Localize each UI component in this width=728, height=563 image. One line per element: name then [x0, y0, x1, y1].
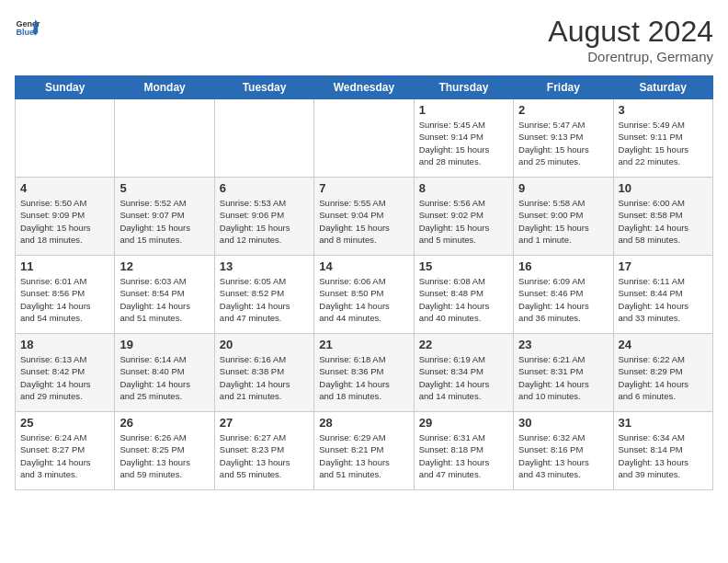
- day-number: 7: [319, 181, 408, 195]
- day-number: 16: [518, 259, 608, 273]
- calendar-cell: 21Sunrise: 6:18 AM Sunset: 8:36 PM Dayli…: [314, 334, 414, 412]
- calendar-cell: 14Sunrise: 6:06 AM Sunset: 8:50 PM Dayli…: [314, 256, 414, 334]
- day-info: Sunrise: 6:14 AM Sunset: 8:40 PM Dayligh…: [119, 353, 209, 402]
- calendar-cell: 8Sunrise: 5:56 AM Sunset: 9:02 PM Daylig…: [414, 178, 513, 256]
- calendar-cell: 15Sunrise: 6:08 AM Sunset: 8:48 PM Dayli…: [414, 256, 513, 334]
- day-number: 8: [419, 181, 508, 195]
- day-number: 21: [319, 338, 408, 351]
- calendar-cell: 9Sunrise: 5:58 AM Sunset: 9:00 PM Daylig…: [514, 178, 613, 256]
- calendar-cell: 20Sunrise: 6:16 AM Sunset: 8:38 PM Dayli…: [214, 334, 313, 412]
- calendar-cell: 19Sunrise: 6:14 AM Sunset: 8:40 PM Dayli…: [115, 334, 214, 412]
- day-number: 17: [619, 259, 708, 273]
- day-info: Sunrise: 6:22 AM Sunset: 8:29 PM Dayligh…: [619, 353, 708, 402]
- col-header-thursday: Thursday: [414, 76, 513, 99]
- day-info: Sunrise: 6:19 AM Sunset: 8:34 PM Dayligh…: [419, 353, 508, 402]
- calendar-cell: 3Sunrise: 5:49 AM Sunset: 9:11 PM Daylig…: [613, 99, 712, 178]
- day-number: 18: [20, 338, 109, 351]
- day-info: Sunrise: 6:08 AM Sunset: 8:48 PM Dayligh…: [419, 275, 508, 324]
- day-info: Sunrise: 6:32 AM Sunset: 8:16 PM Dayligh…: [518, 431, 608, 480]
- day-info: Sunrise: 6:05 AM Sunset: 8:52 PM Dayligh…: [220, 275, 309, 324]
- day-number: 3: [619, 103, 708, 117]
- day-number: 29: [419, 416, 508, 430]
- calendar-cell: [214, 99, 313, 178]
- day-info: Sunrise: 6:29 AM Sunset: 8:21 PM Dayligh…: [319, 431, 408, 480]
- calendar-cell: 18Sunrise: 6:13 AM Sunset: 8:42 PM Dayli…: [16, 334, 115, 412]
- day-number: 14: [319, 259, 408, 273]
- month-year-title: August 2024: [548, 15, 713, 49]
- day-info: Sunrise: 6:21 AM Sunset: 8:31 PM Dayligh…: [518, 353, 608, 402]
- day-info: Sunrise: 6:27 AM Sunset: 8:23 PM Dayligh…: [220, 431, 309, 480]
- calendar-cell: 28Sunrise: 6:29 AM Sunset: 8:21 PM Dayli…: [314, 412, 414, 490]
- col-header-monday: Monday: [115, 76, 214, 99]
- day-number: 25: [20, 416, 109, 430]
- day-number: 1: [419, 103, 508, 117]
- logo: General Blue: [15, 15, 40, 40]
- day-number: 5: [119, 181, 209, 195]
- day-info: Sunrise: 5:52 AM Sunset: 9:07 PM Dayligh…: [119, 197, 209, 246]
- day-info: Sunrise: 5:45 AM Sunset: 9:14 PM Dayligh…: [419, 119, 508, 167]
- day-number: 26: [119, 416, 209, 430]
- calendar-cell: 4Sunrise: 5:50 AM Sunset: 9:09 PM Daylig…: [16, 178, 115, 256]
- calendar-cell: [314, 99, 414, 178]
- day-info: Sunrise: 5:49 AM Sunset: 9:11 PM Dayligh…: [619, 119, 708, 167]
- day-number: 30: [518, 416, 608, 430]
- day-number: 2: [518, 103, 608, 117]
- calendar-cell: 27Sunrise: 6:27 AM Sunset: 8:23 PM Dayli…: [214, 412, 313, 490]
- day-info: Sunrise: 6:03 AM Sunset: 8:54 PM Dayligh…: [119, 275, 209, 324]
- day-info: Sunrise: 6:18 AM Sunset: 8:36 PM Dayligh…: [319, 353, 408, 402]
- calendar-cell: 22Sunrise: 6:19 AM Sunset: 8:34 PM Dayli…: [414, 334, 513, 412]
- day-number: 6: [220, 181, 309, 195]
- day-number: 22: [419, 338, 508, 351]
- calendar-cell: 12Sunrise: 6:03 AM Sunset: 8:54 PM Dayli…: [115, 256, 214, 334]
- day-number: 19: [119, 338, 209, 351]
- col-header-sunday: Sunday: [16, 76, 115, 99]
- page-header: General Blue August 2024 Dorentrup, Germ…: [15, 15, 713, 64]
- day-number: 24: [619, 338, 708, 351]
- day-number: 4: [20, 181, 109, 195]
- calendar-cell: 6Sunrise: 5:53 AM Sunset: 9:06 PM Daylig…: [214, 178, 313, 256]
- calendar-cell: 26Sunrise: 6:26 AM Sunset: 8:25 PM Dayli…: [115, 412, 214, 490]
- day-info: Sunrise: 6:09 AM Sunset: 8:46 PM Dayligh…: [518, 275, 608, 324]
- day-info: Sunrise: 5:53 AM Sunset: 9:06 PM Dayligh…: [220, 197, 309, 246]
- day-info: Sunrise: 6:26 AM Sunset: 8:25 PM Dayligh…: [119, 431, 209, 480]
- calendar-cell: 29Sunrise: 6:31 AM Sunset: 8:18 PM Dayli…: [414, 412, 513, 490]
- calendar-cell: 1Sunrise: 5:45 AM Sunset: 9:14 PM Daylig…: [414, 99, 513, 178]
- calendar-cell: 24Sunrise: 6:22 AM Sunset: 8:29 PM Dayli…: [613, 334, 712, 412]
- title-block: August 2024 Dorentrup, Germany: [548, 15, 713, 64]
- day-number: 31: [619, 416, 708, 430]
- calendar-cell: 2Sunrise: 5:47 AM Sunset: 9:13 PM Daylig…: [514, 99, 613, 178]
- day-info: Sunrise: 6:24 AM Sunset: 8:27 PM Dayligh…: [20, 431, 109, 480]
- calendar-cell: [16, 99, 115, 178]
- calendar-cell: 17Sunrise: 6:11 AM Sunset: 8:44 PM Dayli…: [613, 256, 712, 334]
- day-info: Sunrise: 5:47 AM Sunset: 9:13 PM Dayligh…: [518, 119, 608, 167]
- calendar-cell: 10Sunrise: 6:00 AM Sunset: 8:58 PM Dayli…: [613, 178, 712, 256]
- calendar-cell: 13Sunrise: 6:05 AM Sunset: 8:52 PM Dayli…: [214, 256, 313, 334]
- day-info: Sunrise: 6:34 AM Sunset: 8:14 PM Dayligh…: [619, 431, 708, 480]
- calendar-table: SundayMondayTuesdayWednesdayThursdayFrid…: [15, 75, 713, 490]
- col-header-tuesday: Tuesday: [214, 76, 313, 99]
- day-number: 20: [220, 338, 309, 351]
- day-info: Sunrise: 6:06 AM Sunset: 8:50 PM Dayligh…: [319, 275, 408, 324]
- calendar-cell: 16Sunrise: 6:09 AM Sunset: 8:46 PM Dayli…: [514, 256, 613, 334]
- day-number: 11: [20, 259, 109, 273]
- calendar-cell: 30Sunrise: 6:32 AM Sunset: 8:16 PM Dayli…: [514, 412, 613, 490]
- calendar-cell: 23Sunrise: 6:21 AM Sunset: 8:31 PM Dayli…: [514, 334, 613, 412]
- day-info: Sunrise: 6:13 AM Sunset: 8:42 PM Dayligh…: [20, 353, 109, 402]
- day-number: 12: [119, 259, 209, 273]
- svg-text:Blue: Blue: [16, 28, 34, 37]
- day-info: Sunrise: 6:11 AM Sunset: 8:44 PM Dayligh…: [619, 275, 708, 324]
- day-number: 28: [319, 416, 408, 430]
- day-info: Sunrise: 6:16 AM Sunset: 8:38 PM Dayligh…: [220, 353, 309, 402]
- calendar-cell: 25Sunrise: 6:24 AM Sunset: 8:27 PM Dayli…: [16, 412, 115, 490]
- calendar-cell: 5Sunrise: 5:52 AM Sunset: 9:07 PM Daylig…: [115, 178, 214, 256]
- calendar-cell: 7Sunrise: 5:55 AM Sunset: 9:04 PM Daylig…: [314, 178, 414, 256]
- col-header-friday: Friday: [514, 76, 613, 99]
- calendar-cell: [115, 99, 214, 178]
- day-number: 15: [419, 259, 508, 273]
- day-number: 13: [220, 259, 309, 273]
- col-header-saturday: Saturday: [613, 76, 712, 99]
- day-info: Sunrise: 5:56 AM Sunset: 9:02 PM Dayligh…: [419, 197, 508, 246]
- day-info: Sunrise: 6:31 AM Sunset: 8:18 PM Dayligh…: [419, 431, 508, 480]
- col-header-wednesday: Wednesday: [314, 76, 414, 99]
- calendar-cell: 11Sunrise: 6:01 AM Sunset: 8:56 PM Dayli…: [16, 256, 115, 334]
